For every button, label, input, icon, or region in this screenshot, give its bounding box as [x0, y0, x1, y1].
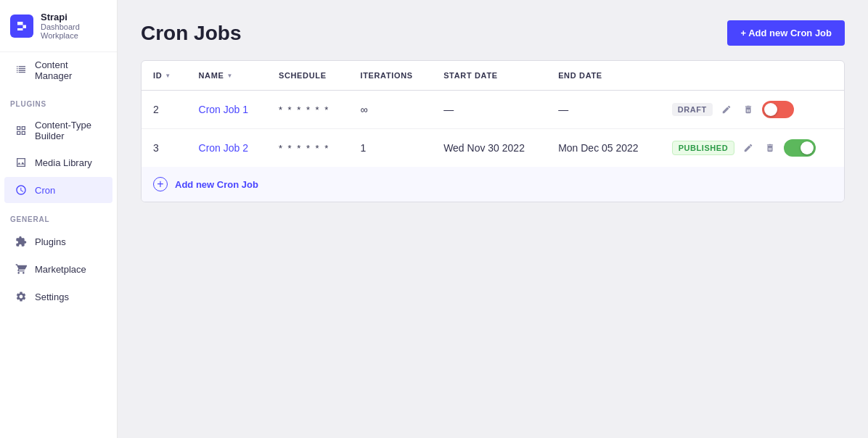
- toggle-switch[interactable]: [762, 101, 794, 118]
- settings-icon: [15, 290, 28, 303]
- status-badge: DRAFT: [672, 103, 713, 116]
- cell-end-date: Mon Dec 05 2022: [546, 129, 660, 168]
- table-body: 2 Cron Job 1 * * * * * * ∞ — — DRAFT: [142, 91, 844, 168]
- brand: Strapi Dashboard Workplace: [0, 0, 117, 52]
- table-row: 3 Cron Job 2 * * * * * * 1 Wed Nov 30 20…: [142, 129, 844, 168]
- col-id[interactable]: ID ▼: [142, 61, 187, 91]
- add-row-icon: +: [153, 177, 168, 191]
- cron-jobs-table: ID ▼ Name ▼ Schedule Iteratio: [142, 61, 844, 167]
- edit-button[interactable]: [740, 140, 756, 156]
- cell-schedule: * * * * * *: [267, 91, 349, 129]
- sidebar-item-plugins[interactable]: Plugins: [4, 228, 112, 255]
- cell-schedule: * * * * * *: [267, 129, 349, 168]
- cell-id: 2: [142, 91, 187, 129]
- sidebar-item-settings[interactable]: Settings: [4, 284, 112, 310]
- sidebar-item-label: Plugins: [35, 236, 66, 247]
- table-header: ID ▼ Name ▼ Schedule Iteratio: [142, 61, 844, 91]
- add-row-label: Add new Cron Job: [175, 179, 258, 190]
- brand-subtitle: Dashboard: [41, 22, 80, 31]
- cron-job-link[interactable]: Cron Job 1: [199, 104, 248, 115]
- col-start-date: Start Date: [432, 61, 546, 91]
- cell-start-date: —: [432, 91, 546, 129]
- sidebar-item-media-library[interactable]: Media Library: [4, 149, 112, 175]
- plugins-section-label: Plugins: [0, 88, 117, 112]
- delete-button[interactable]: [740, 102, 756, 117]
- sort-icon: ▼: [227, 73, 234, 79]
- edit-button[interactable]: [718, 102, 734, 117]
- brand-logo: [10, 15, 33, 38]
- plugins-icon: [15, 235, 28, 248]
- sidebar-item-label: Content-Type Builder: [35, 120, 102, 141]
- cell-end-date: —: [546, 91, 660, 129]
- page-header: Cron Jobs + Add new Cron Job: [118, 0, 868, 60]
- page-title: Cron Jobs: [141, 22, 241, 45]
- add-row-button[interactable]: + Add new Cron Job: [142, 167, 844, 202]
- sidebar-item-label: Media Library: [35, 157, 92, 168]
- sidebar-item-label: Cron: [35, 185, 55, 196]
- media-library-icon: [15, 156, 28, 169]
- sidebar-item-marketplace[interactable]: Marketplace: [4, 256, 112, 282]
- cell-start-date: Wed Nov 30 2022: [432, 129, 546, 168]
- add-cron-job-button[interactable]: + Add new Cron Job: [727, 20, 845, 46]
- sidebar-item-content-type-builder[interactable]: Content-Type Builder: [4, 113, 112, 148]
- col-name[interactable]: Name ▼: [187, 61, 267, 91]
- cron-job-link[interactable]: Cron Job 2: [199, 142, 248, 154]
- cell-name: Cron Job 1: [187, 91, 267, 129]
- cell-iterations: 1: [348, 129, 432, 168]
- brand-name: Strapi: [41, 12, 80, 22]
- strapi-icon: [15, 20, 28, 33]
- col-actions: [660, 61, 844, 91]
- marketplace-icon: [15, 263, 28, 276]
- cell-name: Cron Job 2: [187, 129, 267, 168]
- status-badge: PUBLISHED: [672, 141, 735, 155]
- brand-workspace: Workplace: [41, 31, 80, 40]
- sidebar-item-label: Content Manager: [35, 59, 102, 81]
- cron-jobs-table-container: ID ▼ Name ▼ Schedule Iteratio: [141, 60, 845, 202]
- col-schedule: Schedule: [267, 61, 349, 91]
- sidebar-item-content-manager[interactable]: Content Manager: [4, 53, 112, 88]
- content-type-icon: [15, 124, 28, 137]
- sidebar-item-cron[interactable]: Cron: [4, 177, 112, 203]
- cell-id: 3: [142, 129, 187, 168]
- main-content: Cron Jobs + Add new Cron Job ID ▼ Name ▼: [118, 0, 868, 438]
- cell-actions: PUBLISHED: [660, 129, 844, 168]
- col-iterations: Iterations: [348, 61, 432, 91]
- cell-actions: DRAFT: [660, 91, 844, 129]
- cron-icon: [15, 183, 28, 197]
- sidebar-item-label: Marketplace: [35, 264, 86, 275]
- sidebar-item-label: Settings: [35, 292, 69, 302]
- toggle-switch[interactable]: [784, 139, 816, 157]
- col-end-date: End Date: [546, 61, 660, 91]
- cell-iterations: ∞: [348, 91, 432, 129]
- delete-button[interactable]: [762, 140, 778, 156]
- sort-icon: ▼: [165, 73, 171, 79]
- table-row: 2 Cron Job 1 * * * * * * ∞ — — DRAFT: [142, 91, 844, 129]
- general-section-label: General: [0, 204, 117, 228]
- sidebar: Strapi Dashboard Workplace Content Manag…: [0, 0, 118, 438]
- brand-text: Strapi Dashboard Workplace: [41, 12, 80, 40]
- content-manager-icon: [15, 64, 28, 77]
